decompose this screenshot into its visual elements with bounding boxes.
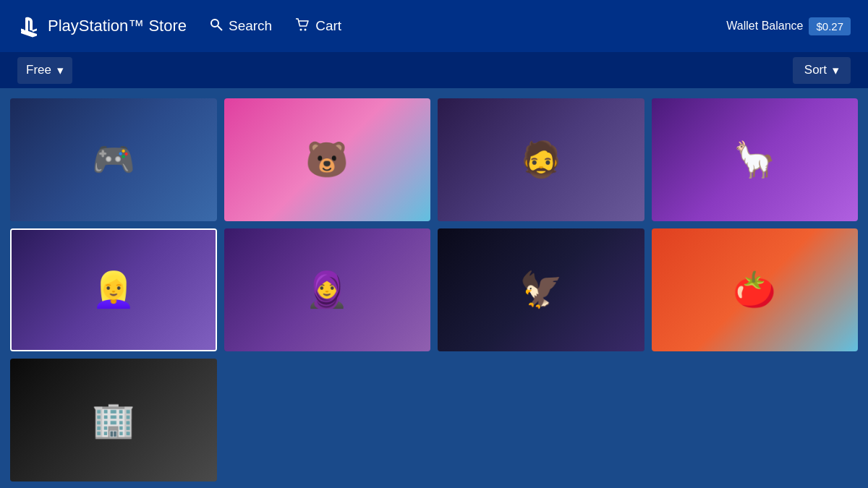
header: PlayStation™ Store Search Cart Wallet Ba… (0, 0, 868, 52)
search-icon (210, 18, 223, 35)
product-card[interactable]: 🎮 Fortnite - A.C. Avatar Avatar PS4™ Fre… (10, 98, 217, 221)
card-image: 🧕 (224, 228, 431, 351)
product-card[interactable]: 👱‍♀️ Fortnite Battle Ro... Fortnite - Pe… (10, 228, 217, 351)
card-image: 🍅 (652, 228, 859, 351)
product-card[interactable]: 🏢 Shift Quantum Axon Vertigo Avatar Avat… (10, 359, 217, 481)
wallet-area: Wallet Balance $0.27 (726, 17, 851, 35)
filter-label: Free (26, 63, 51, 77)
card-image: 👱‍♀️ (12, 230, 216, 350)
search-label: Search (229, 18, 272, 34)
card-image: 🐻 (224, 98, 431, 221)
product-card[interactable]: 🍅 Fortnite Battle Ro... Fortnite - Tomat… (652, 228, 859, 351)
chevron-down-icon: ▾ (57, 63, 64, 78)
chevron-down-icon: ▾ (833, 63, 839, 78)
svg-point-2 (300, 28, 302, 30)
card-image: 🦙 (652, 98, 859, 221)
card-image: 🏢 (10, 359, 217, 481)
card-info: Fortnite Battle Ro... Fortnite - Penny A… (216, 230, 217, 350)
search-nav[interactable]: Search (210, 18, 272, 35)
cart-nav[interactable]: Cart (295, 18, 341, 35)
filter-dropdown[interactable]: Free ▾ (17, 57, 72, 84)
wallet-amount: $0.27 (809, 17, 851, 35)
product-card[interactable]: 🐻 Fortnite - Cuddle team leader avatar A… (224, 98, 431, 221)
playstation-icon (17, 14, 41, 38)
product-card[interactable]: 🦙 Fortnite - Llama Avatar Avatar PS4™ Fr… (652, 98, 859, 221)
cart-label: Cart (315, 18, 341, 34)
filter-bar: Free ▾ Sort ▾ (0, 52, 868, 90)
product-grid: 🎮 Fortnite - A.C. Avatar Avatar PS4™ Fre… (0, 90, 868, 488)
store-title: PlayStation™ Store (48, 17, 187, 35)
card-image: 🦅 (438, 228, 644, 351)
sort-label: Sort (804, 63, 827, 77)
product-card[interactable]: 🧕 Fortnite Battle Ro... Fortnite - Ramir… (224, 228, 431, 351)
cart-icon (295, 18, 310, 35)
svg-point-0 (211, 20, 218, 27)
product-card[interactable]: 🧔 Fortnite - Ken Avatar Avatar PS4™ Free (438, 98, 644, 221)
sort-dropdown[interactable]: Sort ▾ (793, 57, 851, 84)
card-image: 🎮 (10, 98, 217, 221)
svg-line-1 (218, 26, 222, 30)
card-image: 🧔 (438, 98, 644, 221)
svg-point-3 (305, 28, 307, 30)
logo-area: PlayStation™ Store (17, 14, 187, 38)
product-card[interactable]: 🦅 Fortnite Battle Ro... Fortnite - Raven… (438, 228, 644, 351)
wallet-label: Wallet Balance (726, 20, 803, 33)
